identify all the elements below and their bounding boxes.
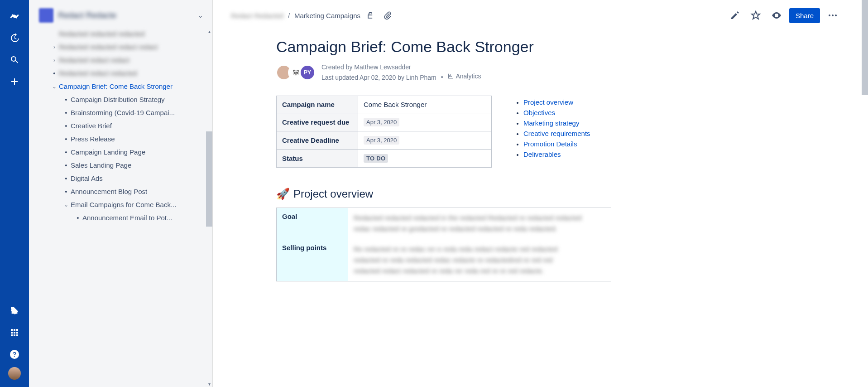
date-chip: Apr 3, 2020	[364, 118, 399, 126]
edit-icon[interactable]	[727, 7, 743, 24]
toc-item: Promotion Details	[523, 140, 590, 148]
svg-point-3	[829, 15, 830, 16]
avatar[interactable]: PY	[300, 65, 315, 80]
svg-point-2	[776, 15, 777, 16]
tree-item[interactable]: •Redacted redact redacted	[36, 67, 209, 80]
create-icon[interactable]	[5, 73, 24, 91]
global-nav: ?	[0, 0, 29, 387]
tree-item-active[interactable]: ⌄ Campaign Brief: Come Back Stronger	[36, 80, 209, 93]
table-of-contents: Project overview Objectives Marketing st…	[513, 96, 590, 161]
info-table: Campaign name Come Back Stronger Creativ…	[276, 96, 492, 168]
scrollbar-thumb[interactable]	[206, 131, 212, 227]
contributor-avatars: 🐼 PY	[276, 65, 315, 80]
page-title: Campaign Brief: Come Back Stronger	[276, 38, 657, 56]
table-row: Status TO DO	[277, 149, 492, 167]
created-by: Created by Matthew Lewsadder	[321, 63, 481, 72]
tree-item[interactable]: Redacted redacted redacted	[36, 27, 209, 40]
space-logo	[39, 8, 53, 23]
profile-avatar[interactable]	[8, 367, 21, 380]
table-row: Creative request due Apr 3, 2020	[277, 113, 492, 131]
breadcrumb-link[interactable]: Redact Redacted	[231, 12, 283, 19]
chevron-down-icon: ⌄	[198, 12, 203, 19]
chevron-down-icon: ⌄	[50, 83, 59, 90]
star-icon[interactable]	[748, 7, 764, 24]
toc-item: Deliverables	[523, 150, 590, 158]
tree-item[interactable]: ›Redacted redacted redact redact	[36, 40, 209, 53]
table-row: Creative Deadline Apr 3, 2020	[277, 131, 492, 149]
last-updated: Last updated Apr 02, 2020 by Linh Pham	[321, 73, 436, 81]
date-chip: Apr 3, 2020	[364, 136, 399, 145]
tree-item[interactable]: •Announcement Blog Post	[36, 185, 209, 198]
search-icon[interactable]	[5, 51, 24, 69]
tree-item[interactable]: ›Redacted redact redact	[36, 53, 209, 67]
space-header[interactable]: Redact Redacte ⌄	[29, 0, 212, 27]
tree-item[interactable]: •Creative Brief	[36, 119, 209, 132]
table-row: Selling points Re redacted re re redac r…	[277, 239, 611, 281]
chevron-down-icon: ⌄	[62, 202, 71, 208]
breadcrumb-link[interactable]: Marketing Campaigns	[294, 12, 360, 19]
page-topbar: Redact Redacted / Marketing Campaigns	[213, 0, 868, 24]
tree-item[interactable]: •Digital Ads	[36, 172, 209, 185]
confluence-logo[interactable]	[5, 7, 24, 25]
tree-item[interactable]: •Announcement Email to Pot...	[36, 211, 209, 224]
scrollbar-thumb[interactable]	[862, 0, 868, 95]
tree-item[interactable]: •Brainstorming (Covid-19 Campai...	[36, 106, 209, 119]
toc-item: Marketing strategy	[523, 119, 590, 127]
tag-icon[interactable]	[5, 302, 24, 320]
table-row: Campaign name Come Back Stronger	[277, 96, 492, 113]
scroll-up-arrow[interactable]: ▴	[206, 28, 212, 34]
scroll-down-arrow[interactable]: ▾	[206, 381, 212, 387]
apps-icon[interactable]	[5, 324, 24, 342]
page-content: Campaign Brief: Come Back Stronger 🐼 PY …	[276, 24, 666, 281]
tree-item[interactable]: •Press Release	[36, 132, 209, 145]
toc-item: Project overview	[523, 98, 590, 106]
share-button[interactable]: Share	[789, 8, 820, 23]
page-actions: Share	[727, 7, 841, 24]
analytics-link[interactable]: Analytics	[447, 72, 481, 81]
recent-icon[interactable]	[5, 29, 24, 47]
toc-item: Objectives	[523, 109, 590, 116]
page-byline: 🐼 PY Created by Matthew Lewsadder Last u…	[276, 63, 657, 82]
overview-table: Goal Redacted redacted redacted in the r…	[276, 208, 611, 281]
table-row: Goal Redacted redacted redacted in the r…	[277, 208, 611, 239]
breadcrumb: Redact Redacted / Marketing Campaigns	[231, 12, 360, 19]
status-badge: TO DO	[364, 154, 388, 163]
restrictions-icon[interactable]	[363, 8, 378, 23]
svg-text:?: ?	[13, 351, 17, 358]
tree-item[interactable]: •Campaign Distribution Strategy	[36, 93, 209, 106]
help-icon[interactable]: ?	[5, 345, 24, 363]
tree-item[interactable]: ⌄ Email Campaigns for Come Back...	[36, 198, 209, 211]
section-heading: 🚀 Project overview	[276, 188, 657, 200]
attachment-icon[interactable]	[380, 8, 395, 23]
tree-item[interactable]: •Campaign Landing Page	[36, 145, 209, 159]
space-sidebar: Redact Redacte ⌄ Redacted redacted redac…	[29, 0, 213, 387]
more-icon[interactable]	[825, 7, 841, 24]
rocket-icon: 🚀	[276, 188, 290, 200]
page-main: Redact Redacted / Marketing Campaigns	[213, 0, 868, 387]
svg-point-5	[835, 15, 837, 16]
space-name: Redact Redacte	[58, 11, 198, 20]
page-tree: Redacted redacted redacted ›Redacted red…	[29, 27, 212, 387]
toc-item: Creative requirements	[523, 130, 590, 137]
watch-icon[interactable]	[768, 7, 785, 24]
svg-point-4	[832, 15, 834, 16]
tree-item[interactable]: •Sales Landing Page	[36, 159, 209, 172]
